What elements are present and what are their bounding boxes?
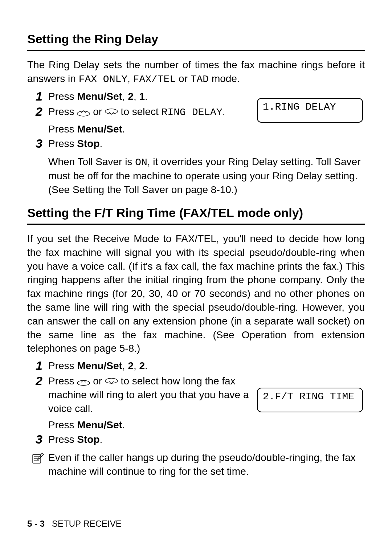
text-mode-faxonly: FAX ONLY (79, 74, 127, 85)
heading-ring-delay: Setting the Ring Delay (27, 31, 365, 51)
text: Press (48, 106, 77, 117)
text-key-menuset: Menu/Set (77, 91, 122, 102)
step-number: 2 (36, 105, 42, 118)
step-text: Press Stop. (48, 137, 365, 151)
text-xref: Setting the Toll Saver (73, 184, 168, 195)
text-key-menuset: Menu/Set (77, 123, 122, 135)
text: . (222, 106, 225, 117)
text: When Toll Saver is (48, 156, 135, 167)
note-toll-saver: When Toll Saver is ON, it overrides your… (48, 155, 365, 197)
lcd-display-ft-ring-time: 2.F/T RING TIME (257, 388, 363, 412)
step-row: 1 Press Menu/Set, 2, 2. (27, 359, 365, 374)
text: . (145, 360, 148, 371)
text: . (122, 419, 125, 430)
heading-ft-ring-time: Setting the F/T Ring Time (FAX/TEL mode … (27, 205, 365, 225)
step-text: Press Stop. (48, 433, 365, 446)
page-section-label: SETUP RECEIVE (52, 519, 122, 529)
up-arrow-icon (77, 378, 90, 386)
text: . (145, 91, 148, 102)
down-arrow-icon (105, 109, 118, 117)
page-number: 5 - 3 (27, 519, 45, 529)
text: , (127, 73, 133, 84)
text: . (100, 138, 103, 149)
page-footer: 5 - 3 SETUP RECEIVE (27, 518, 122, 530)
text-key-menuset: Menu/Set (77, 360, 122, 371)
text-key: 2 (128, 360, 134, 371)
svg-point-1 (105, 109, 118, 114)
down-arrow-icon (105, 378, 118, 386)
note-text: Even if the caller hangs up during the p… (48, 451, 365, 478)
lcd-display-ring-delay: 1.RING DELAY (257, 98, 363, 123)
text: or (90, 106, 105, 117)
note-row: Even if the caller hangs up during the p… (27, 451, 365, 478)
step-number: 1 (36, 89, 42, 103)
text-value-on: ON (135, 157, 147, 168)
text: on page 8-10.) (168, 184, 237, 195)
text-key-stop: Stop (77, 138, 99, 149)
text: . (100, 434, 103, 445)
text: Press (48, 434, 77, 445)
text-key-menuset: Menu/Set (77, 419, 122, 430)
text: , (122, 91, 128, 102)
text-mode-faxtel: FAX/TEL (133, 74, 176, 85)
text: or (176, 73, 190, 84)
up-arrow-icon (77, 109, 90, 117)
step-number: 1 (36, 359, 42, 372)
text: Press (48, 138, 77, 149)
intro-ft-ring-time: If you set the Receive Mode to FAX/TEL, … (27, 232, 365, 355)
text: Press (48, 375, 77, 387)
step-row: 3 Press Stop. (27, 433, 365, 447)
text: Press (48, 419, 77, 430)
text-key: 2 (128, 91, 134, 102)
step-number: 3 (36, 432, 42, 446)
svg-point-3 (105, 378, 118, 383)
text: . (122, 123, 125, 135)
text: on page 5-8.) (77, 343, 140, 354)
text-key-stop: Stop (77, 434, 99, 445)
step-number: 2 (36, 374, 42, 388)
note-pencil-icon (31, 452, 44, 465)
text-option: RING DELAY (162, 107, 222, 118)
text-key: 2 (139, 360, 145, 371)
svg-point-2 (77, 380, 90, 385)
svg-point-0 (77, 111, 90, 116)
step-number: 3 (36, 136, 42, 150)
text: , (122, 360, 128, 371)
text: , (134, 360, 139, 371)
step-row: 3 Press Stop. (27, 137, 365, 151)
text: mode. (209, 73, 240, 84)
text: , (134, 91, 139, 102)
text: If you set the Receive Mode to FAX/TEL, … (27, 233, 365, 340)
text: Press (48, 123, 77, 135)
text: to select (118, 106, 162, 117)
text: Press (48, 360, 77, 371)
text: Press (48, 91, 77, 102)
text-mode-tad: TAD (191, 74, 209, 85)
intro-ring-delay: The Ring Delay sets the number of times … (27, 58, 365, 86)
text: or (90, 375, 105, 387)
step-text: Press Menu/Set, 2, 2. (48, 359, 365, 373)
text-key: 1 (139, 91, 145, 102)
